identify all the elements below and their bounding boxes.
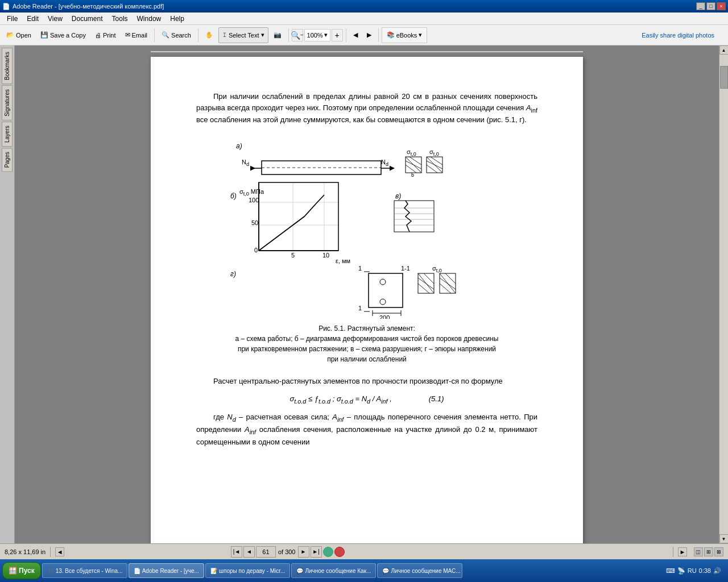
scroll-left-button[interactable]: ◄ <box>55 547 64 556</box>
signatures-tab[interactable]: Signatures <box>2 85 13 120</box>
menu-file[interactable]: File <box>2 13 22 24</box>
share-link[interactable]: Easily share digital photos <box>642 32 726 39</box>
menu-help[interactable]: Help <box>166 13 189 24</box>
pages-tab[interactable]: Pages <box>2 148 13 172</box>
task-word-label: шпоры по дераву - Micr... <box>219 568 285 574</box>
save-copy-button[interactable]: 💾 Save a Copy <box>36 27 90 43</box>
pdf-page: При наличии ослаблений в пределах длины … <box>151 57 583 543</box>
menu-tools[interactable]: Tools <box>107 13 133 24</box>
svg-text:1: 1 <box>358 305 362 311</box>
page-of-label: of 300 <box>277 548 297 555</box>
scroll-right-button[interactable]: ► <box>678 547 687 556</box>
fig-caption-line2: при кратковременном растяжении; в – схем… <box>235 344 499 354</box>
start-button[interactable]: 🪟 Пуск <box>2 562 41 579</box>
zoom-out-button[interactable]: 🔍 − <box>292 29 303 41</box>
svg-rect-35 <box>259 182 338 251</box>
window-resize-controls: ◫ ⊞ ⊠ <box>694 547 723 556</box>
svg-text:Nd: Nd <box>242 159 249 167</box>
svg-text:б): б) <box>230 192 237 200</box>
svg-point-48 <box>380 299 386 305</box>
restore-window-button[interactable]: ◫ <box>694 547 703 556</box>
language-indicator[interactable]: RU <box>688 567 697 574</box>
separator-4 <box>346 28 346 42</box>
snapshot-button[interactable]: 📷 <box>270 27 286 43</box>
size-1-button[interactable]: ⊞ <box>704 547 713 556</box>
menu-edit[interactable]: Edit <box>22 13 43 24</box>
bookmarks-tab[interactable]: Bookmarks <box>2 48 13 84</box>
size-2-button[interactable]: ⊠ <box>714 547 723 556</box>
search-button[interactable]: 🔍 Search <box>158 27 195 43</box>
titlebar-title: Adobe Reader - [учебно-методический комп… <box>13 3 164 10</box>
right-scrollbar: ▲ ▼ <box>719 45 728 543</box>
zoom-dropdown-icon[interactable]: ▾ <box>324 31 328 39</box>
figure-caption: Рис. 5.1. Растянутый элемент: а – схема … <box>235 323 499 364</box>
toolbar: 📂 Open 💾 Save a Copy 🖨 Print ✉ Email 🔍 S… <box>0 25 728 45</box>
prev-icon: ◀ <box>353 31 358 39</box>
menu-view[interactable]: View <box>43 13 67 24</box>
nav-controls: |◄ ◄ of 300 ► ►| <box>231 546 345 558</box>
svg-text:σt,0 МПа: σt,0 МПа <box>239 188 264 197</box>
search-icon: 🔍 <box>162 31 169 39</box>
task-music-label: 13. Все сбудется - Wina... <box>56 568 123 574</box>
taskbar-item-music[interactable]: 🎵 13. Все сбудется - Wina... <box>42 563 127 578</box>
last-page-button[interactable]: ►| <box>311 546 322 558</box>
msg2-icon: 💬 <box>382 568 389 574</box>
separator-3 <box>288 28 289 42</box>
text-cursor-icon: 𝙸 <box>222 31 227 39</box>
prev-page-button[interactable]: ◄ <box>243 546 255 558</box>
scroll-up-button[interactable]: ▲ <box>719 45 729 55</box>
select-text-label: Select Text <box>229 32 259 39</box>
svg-text:σt,0: σt,0 <box>429 148 439 157</box>
paragraph-3: где Nd – расчетная осевая сила; Ainf – п… <box>196 411 537 447</box>
figure-svg: а) Nd Nd σt,0 σt,0 <box>225 137 509 319</box>
taskbar-item-adobe[interactable]: 📄 Adobe Reader - [уче... <box>129 563 204 578</box>
print-button[interactable]: 🖨 Print <box>91 27 120 43</box>
open-button[interactable]: 📂 Open <box>2 27 35 43</box>
keyboard-icon: ⌨ <box>666 567 675 575</box>
svg-text:b: b <box>411 172 414 178</box>
menu-window[interactable]: Window <box>133 13 166 24</box>
menubar: File Edit View Document Tools Window Hel… <box>0 13 728 25</box>
fig-caption-line3: при наличии ослаблений <box>235 354 499 364</box>
page-number-input[interactable] <box>256 546 276 558</box>
next-icon: ▶ <box>367 31 371 39</box>
statusbar: 8,26 x 11,69 in ◄ |◄ ◄ of 300 ► ►| ► ◫ ⊞… <box>0 543 728 559</box>
ebooks-button[interactable]: 📚 eBooks ▾ <box>382 27 428 43</box>
zoom-in-icon: + <box>335 31 340 40</box>
svg-text:100: 100 <box>249 197 259 203</box>
scroll-thumb[interactable] <box>720 66 728 89</box>
status-separator-2 <box>673 547 673 557</box>
scroll-down-button[interactable]: ▼ <box>719 534 729 543</box>
prev-page-btn[interactable]: ◀ <box>349 27 362 43</box>
first-page-button[interactable]: |◄ <box>231 546 242 558</box>
play-button[interactable] <box>323 547 333 557</box>
minimize-button[interactable]: _ <box>696 2 705 10</box>
print-label: Print <box>103 32 116 39</box>
hand-tool-button[interactable]: ✋ <box>201 27 217 43</box>
separator-1 <box>154 28 155 42</box>
taskbar: 🪟 Пуск 🎵 13. Все сбудется - Wina... 📄 Ad… <box>0 559 728 582</box>
figure-5-1: а) Nd Nd σt,0 σt,0 <box>196 137 537 364</box>
next-page-button[interactable]: ► <box>298 546 309 558</box>
pdf-viewer[interactable]: При наличии ослаблений в пределах длины … <box>15 45 719 543</box>
taskbar-item-word[interactable]: 📝 шпоры по дераву - Micr... <box>205 563 290 578</box>
email-button[interactable]: ✉ Email <box>121 27 152 43</box>
dropdown-arrow-icon: ▾ <box>261 31 264 39</box>
close-button[interactable]: × <box>717 2 726 10</box>
ebooks-dropdown-icon: ▾ <box>419 31 422 39</box>
maximize-button[interactable]: □ <box>706 2 715 10</box>
page-size: 8,26 x 11,69 in <box>5 548 46 555</box>
taskbar-item-msg2[interactable]: 💬 Личное сообщение МАС... <box>377 563 462 578</box>
layers-tab[interactable]: Layers <box>2 122 13 147</box>
zoom-in-button[interactable]: + <box>332 29 343 41</box>
menu-document[interactable]: Document <box>67 13 107 24</box>
next-page-btn[interactable]: ▶ <box>363 27 375 43</box>
task-msg1-label: Личное сообщение Как... <box>305 568 371 574</box>
taskbar-item-msg1[interactable]: 💬 Личное сообщение Как... <box>291 563 376 578</box>
stop-button[interactable] <box>334 547 345 557</box>
svg-rect-36 <box>394 201 434 232</box>
pdf-icon: 📄 <box>134 568 140 574</box>
figure-svg-area: а) Nd Nd σt,0 σt,0 <box>225 137 509 319</box>
select-text-button[interactable]: 𝙸 Select Text ▾ <box>218 27 268 43</box>
clock: 0:38 <box>699 567 711 574</box>
